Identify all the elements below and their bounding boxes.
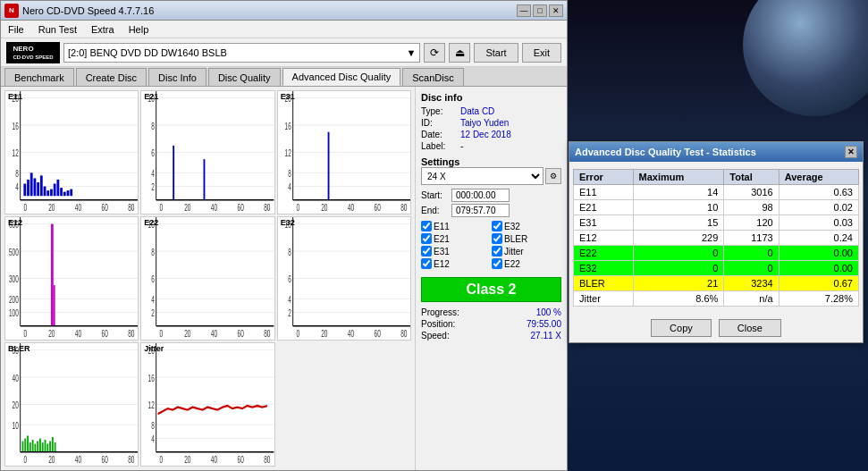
minimize-button[interactable]: — [517,4,531,17]
copy-button[interactable]: Copy [651,319,712,337]
table-row: E12 229 1173 0.24 [574,231,859,246]
total-e11: 3016 [724,185,779,200]
svg-rect-53 [292,91,410,200]
error-e22: E22 [574,246,634,261]
eject-button[interactable]: ⏏ [449,43,470,63]
checkbox-e22[interactable] [492,258,502,269]
menu-file[interactable]: File [4,22,28,37]
svg-text:20: 20 [321,202,327,213]
chart-e32: E32 10 8 6 4 2 0 20 [277,216,411,341]
avg-e31: 0.03 [779,215,858,231]
svg-rect-83 [51,224,54,326]
close-button[interactable]: ✕ [549,4,563,17]
svg-text:0: 0 [160,328,164,339]
error-bler: BLER [574,276,634,291]
svg-text:60: 60 [238,454,244,465]
menu-run-test[interactable]: Run Test [35,22,80,37]
svg-rect-148 [49,442,51,452]
progress-row: Progress: 100 % [421,307,561,317]
exit-button[interactable]: Exit [522,43,561,63]
svg-rect-137 [22,442,24,452]
svg-text:10: 10 [13,420,19,431]
nero-logo: NEROCD·DVD SPEED [6,42,60,63]
svg-rect-84 [54,285,55,326]
svg-text:8: 8 [152,247,156,257]
speed-icon-btn[interactable]: ⚙ [545,168,561,184]
svg-rect-24 [67,190,70,196]
svg-text:80: 80 [265,202,271,213]
col-maximum: Maximum [633,170,724,185]
speed-label: Speed: [421,331,450,341]
svg-text:40: 40 [75,454,81,465]
disc-label-value: - [460,141,463,151]
svg-rect-11 [23,184,26,197]
date-label: Date: [421,130,457,139]
tab-scan-disc[interactable]: ScanDisc [402,68,463,86]
checkbox-e11[interactable] [421,221,432,231]
checkbox-bler-label: BLER [504,234,527,244]
checkbox-jitter-label: Jitter [504,247,524,257]
toolbar: NEROCD·DVD SPEED [2:0] BENQ DVD DD DW164… [1,38,567,67]
menu-help[interactable]: Help [125,22,153,37]
tab-disc-quality[interactable]: Disc Quality [208,68,281,86]
tab-benchmark[interactable]: Benchmark [4,68,74,86]
svg-rect-92 [156,217,274,326]
svg-text:0: 0 [296,328,299,339]
speed-selector[interactable]: 24 X [421,167,544,185]
svg-text:20: 20 [48,328,55,339]
end-label: End: [421,206,448,215]
checkbox-e22-row: E22 [492,258,561,269]
checkbox-jitter-row: Jitter [492,246,561,257]
menu-extra[interactable]: Extra [88,22,118,37]
total-e22: 0 [724,246,779,261]
max-e31: 15 [633,215,724,231]
total-e31: 120 [724,215,779,231]
svg-text:80: 80 [128,328,134,339]
avg-e32: 0.00 [779,261,858,276]
svg-text:16: 16 [284,121,291,131]
checkbox-bler[interactable] [492,233,502,244]
checkbox-e11-row: E11 [421,221,491,231]
tab-bar: Benchmark Create Disc Disc Info Disc Qua… [1,67,567,87]
svg-text:300: 300 [9,273,19,284]
svg-rect-147 [46,444,48,452]
avg-e11: 0.63 [779,185,858,200]
svg-rect-22 [60,188,63,196]
start-label: Start: [421,190,448,200]
svg-text:6: 6 [152,147,156,158]
checkbox-e21[interactable] [421,233,432,244]
svg-rect-19 [50,189,53,197]
checkbox-e32[interactable] [492,221,502,231]
tab-create-disc[interactable]: Create Disc [76,68,147,86]
table-row: E32 0 0 0.00 [574,261,859,276]
end-value: 079:57.70 [451,204,510,217]
stats-table: Error Maximum Total Average E11 14 3016 … [573,169,859,307]
svg-rect-141 [32,440,34,452]
svg-rect-44 [173,146,175,200]
type-label: Type: [421,106,457,116]
svg-text:60: 60 [374,202,380,213]
tab-advanced-disc-quality[interactable]: Advanced Disc Quality [282,68,401,86]
svg-text:8: 8 [152,420,156,431]
svg-text:80: 80 [400,202,407,213]
start-button[interactable]: Start [474,43,518,63]
error-e12: E12 [574,231,634,246]
svg-text:500: 500 [9,247,19,257]
max-e12: 229 [633,231,724,246]
svg-text:80: 80 [265,454,271,465]
chart-jitter: Jitter 20 16 12 8 4 [140,342,274,467]
maximize-button[interactable]: □ [533,4,547,17]
chart-e22: E22 10 8 6 4 2 0 20 [140,216,274,341]
position-label: Position: [421,319,455,329]
reload-button[interactable]: ⟳ [424,43,445,63]
checkbox-jitter[interactable] [492,246,502,257]
checkbox-e31[interactable] [421,246,432,257]
id-label: ID: [421,118,457,128]
table-row: BLER 21 3234 0.67 [574,276,859,291]
stats-close-icon[interactable]: ✕ [845,146,857,158]
tab-disc-info[interactable]: Disc Info [148,68,206,86]
checkbox-e12[interactable] [421,258,432,269]
close-dialog-button[interactable]: Close [719,319,781,337]
drive-selector[interactable]: [2:0] BENQ DVD DD DW1640 BSLB ▼ [63,43,420,63]
avg-e22: 0.00 [779,246,858,261]
